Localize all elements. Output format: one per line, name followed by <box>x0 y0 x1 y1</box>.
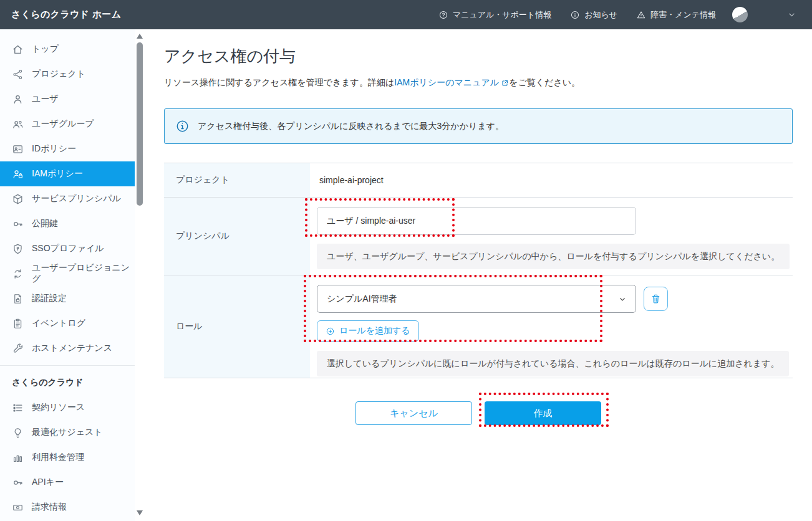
role-select-value: シンプルAI管理者 <box>327 294 397 305</box>
sidebar-item-bulb[interactable]: 最適化サジェスト <box>0 420 135 445</box>
bar-chart-icon <box>12 452 24 464</box>
role-label: ロール <box>164 275 310 378</box>
warning-triangle-icon <box>636 10 646 20</box>
iam-icon <box>12 168 24 180</box>
info-banner-icon <box>175 119 190 133</box>
grant-access-form: プロジェクト simple-ai-project プリンシパル ユーザ、ユーザグ… <box>164 163 793 378</box>
header-menu-item-news[interactable]: お知らせ <box>570 9 617 21</box>
key-icon <box>12 477 24 489</box>
create-button[interactable]: 作成 <box>485 401 601 425</box>
chevron-down-icon <box>617 294 627 304</box>
principal-help-text: ユーザ、ユーザグループ、サービスプリンシパルの中から、ロールを付与するプリンシパ… <box>317 244 790 269</box>
sidebar-item-label: プロジェクト <box>32 69 85 80</box>
sidebar-nav-cloud: 契約リソース最適化サジェスト利用料金管理APIキー請求情報 <box>0 395 145 520</box>
user-group-icon <box>12 118 24 130</box>
delete-role-button[interactable] <box>644 287 668 311</box>
scrollbar-down-arrow[interactable] <box>137 510 143 515</box>
project-icon <box>12 69 24 80</box>
header-menu: マニュアル・サポート情報 お知らせ 障害・メンテ情報 <box>420 7 801 22</box>
sidebar-item-key[interactable]: APIキー <box>0 470 135 495</box>
sidebar-item-shield[interactable]: SSOプロファイル <box>0 236 135 261</box>
doc-lock-icon <box>12 293 24 305</box>
app-title[interactable]: さくらのクラウド ホーム <box>11 9 121 21</box>
header-menu-label: お知らせ <box>584 9 617 21</box>
sidebar-item-label: 請求情報 <box>32 502 67 513</box>
sidebar-item-doc-lock[interactable]: 認証設定 <box>0 286 135 311</box>
add-role-button[interactable]: ロールを追加する <box>317 320 419 342</box>
sidebar-item-id-card[interactable]: IDポリシー <box>0 136 135 161</box>
id-card-icon <box>12 143 24 155</box>
scrollbar-thumb[interactable] <box>137 42 143 206</box>
header-menu-label: マニュアル・サポート情報 <box>453 9 551 21</box>
manual-link[interactable]: IAMポリシーのマニュアル <box>394 77 509 88</box>
plus-circle-icon <box>326 327 335 336</box>
description-text: リソース操作に関するアクセス権を管理できます。詳細は <box>164 77 394 88</box>
sidebar-item-label: 認証設定 <box>32 293 67 304</box>
avatar[interactable] <box>732 7 748 22</box>
sidebar-item-provisioning[interactable]: ユーザープロビジョニング <box>0 261 135 286</box>
sidebar-item-key[interactable]: 公開鍵 <box>0 211 135 236</box>
page-description: リソース操作に関するアクセス権を管理できます。詳細はIAMポリシーのマニュアルを… <box>164 77 793 88</box>
description-text: をご覧ください。 <box>509 77 580 88</box>
bulb-icon <box>12 427 24 439</box>
key-icon <box>12 218 24 230</box>
info-banner: アクセス権付与後、各プリンシパルに反映されるまでに最大3分かかります。 <box>164 108 793 144</box>
sidebar-item-label: イベントログ <box>32 318 85 329</box>
banknote-icon <box>12 502 24 514</box>
cancel-button[interactable]: キャンセル <box>355 401 472 425</box>
question-circle-icon <box>438 10 448 20</box>
page-title: アクセス権の付与 <box>164 45 793 67</box>
chevron-down-icon[interactable] <box>786 9 797 20</box>
sidebar-item-label: ホストメンテナンス <box>32 343 112 354</box>
header-menu-item-incident[interactable]: 障害・メンテ情報 <box>636 9 716 21</box>
project-value: simple-ai-project <box>319 175 384 185</box>
sidebar-scrollbar[interactable] <box>135 29 145 521</box>
list-icon <box>12 402 24 414</box>
main-content: アクセス権の付与 リソース操作に関するアクセス権を管理できます。詳細はIAMポリ… <box>145 29 812 521</box>
sidebar-item-bar-chart[interactable]: 利用料金管理 <box>0 445 135 470</box>
principal-input[interactable] <box>317 207 636 235</box>
header-menu-item-manual-support[interactable]: マニュアル・サポート情報 <box>438 9 551 21</box>
sidebar-item-project[interactable]: プロジェクト <box>0 62 135 87</box>
home-icon <box>12 44 24 55</box>
sidebar-item-user[interactable]: ユーザ <box>0 87 135 112</box>
sidebar-item-cube[interactable]: サービスプリンシパル <box>0 186 135 211</box>
sidebar-item-label: 契約リソース <box>32 402 85 413</box>
sidebar-item-label: SSOプロファイル <box>32 243 104 254</box>
clipboard-icon <box>12 318 24 330</box>
scrollbar-up-arrow[interactable] <box>137 34 143 39</box>
sidebar-item-list[interactable]: 契約リソース <box>0 395 135 420</box>
sidebar-item-label: サービスプリンシパル <box>32 193 121 204</box>
form-row-role: ロール シンプルAI管理者 ロールを追加する 選択しているプリンシパルに既にロー… <box>164 275 793 378</box>
sidebar-nav-iam: トッププロジェクトユーザユーザグループIDポリシーIAMポリシーサービスプリンシ… <box>0 29 145 361</box>
role-help-text: 選択しているプリンシパルに既にロールが付与されている場合、これらのロールは既存の… <box>317 351 789 376</box>
sidebar-item-label: 最適化サジェスト <box>32 427 103 438</box>
sidebar-divider <box>0 365 135 366</box>
sidebar-item-label: IAMポリシー <box>32 168 83 179</box>
sidebar-item-label: ユーザ <box>32 93 59 105</box>
app-header: さくらのクラウド ホーム マニュアル・サポート情報 お知らせ 障害・メンテ情報 <box>0 0 812 29</box>
sidebar-item-wrench[interactable]: ホストメンテナンス <box>0 336 135 361</box>
info-banner-text: アクセス権付与後、各プリンシパルに反映されるまでに最大3分かかります。 <box>198 121 504 132</box>
sidebar-item-clipboard[interactable]: イベントログ <box>0 311 135 336</box>
form-row-project: プロジェクト simple-ai-project <box>164 163 793 198</box>
project-label: プロジェクト <box>164 163 310 197</box>
sidebar-item-iam[interactable]: IAMポリシー <box>0 161 135 186</box>
header-menu-label: 障害・メンテ情報 <box>650 9 716 21</box>
info-circle-icon <box>570 10 580 20</box>
sidebar-item-label: ユーザグループ <box>32 118 94 130</box>
sidebar-item-home[interactable]: トップ <box>0 37 135 62</box>
shield-icon <box>12 243 24 255</box>
principal-label: プリンシパル <box>164 198 310 275</box>
sidebar-item-label: ユーザープロビジョニング <box>32 262 135 285</box>
cube-icon <box>12 193 24 205</box>
external-link-icon <box>501 79 509 87</box>
role-select[interactable]: シンプルAI管理者 <box>317 285 636 313</box>
sidebar-item-label: 利用料金管理 <box>32 452 84 463</box>
sidebar-item-banknote[interactable]: 請求情報 <box>0 495 135 520</box>
sidebar-item-label: IDポリシー <box>32 143 76 155</box>
form-row-principal: プリンシパル ユーザ、ユーザグループ、サービスプリンシパルの中から、ロールを付与… <box>164 198 793 275</box>
sidebar-item-user-group[interactable]: ユーザグループ <box>0 112 135 136</box>
sidebar-item-label: APIキー <box>32 477 64 488</box>
sidebar-section-title: さくらのクラウド <box>0 370 145 395</box>
